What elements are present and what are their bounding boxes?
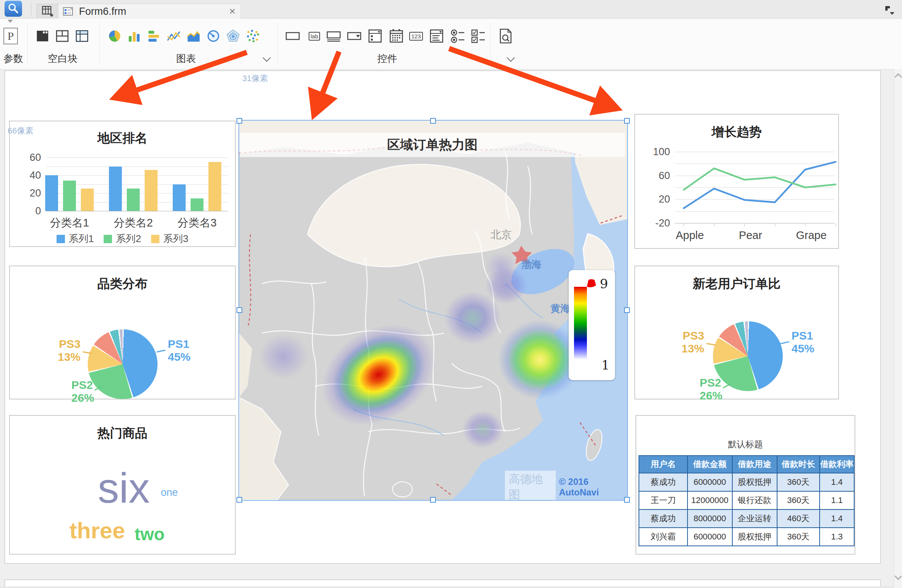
bar-chart-icon — [147, 29, 161, 43]
line-series-svg — [635, 115, 848, 240]
pie-callout-ps2: PS226% — [71, 379, 94, 404]
bar-chart-tool[interactable] — [146, 28, 162, 44]
textbox-widget-tool[interactable] — [285, 28, 301, 44]
legend-swatch — [151, 235, 159, 243]
design-canvas-next-row[interactable] — [5, 580, 881, 587]
widget-growth-trend-chart[interactable]: 增长趋势 -202060100ApplePearGrape — [634, 114, 839, 249]
city-label-beijing: 北京 — [490, 228, 512, 242]
new-report-tab-button[interactable] — [36, 4, 58, 19]
table-row: 刘兴霸6000000股权抵押360天1.3 — [639, 528, 854, 546]
legend-item: 系列2 — [104, 232, 141, 245]
divider — [99, 22, 100, 65]
query-preview-tool[interactable] — [497, 28, 514, 44]
map-title: 区域订单热力图 — [387, 136, 478, 154]
tree-widget-tool[interactable] — [367, 28, 383, 44]
legend-item: 系列1 — [57, 232, 94, 245]
divider — [490, 22, 491, 65]
x-axis-label: Grape — [785, 229, 838, 242]
selection-handle-w[interactable] — [237, 307, 242, 313]
sea-label-huanghai: 黄海 — [550, 302, 570, 315]
widget-new-old-user-chart[interactable]: 新老用户订单比 PS145% PS313% PS226% — [634, 266, 839, 399]
app-logo-icon[interactable] — [5, 1, 22, 17]
chart-group-expand-icon[interactable] — [263, 54, 271, 62]
parameter-icon: P — [3, 28, 18, 44]
loan-data-table: 用户名借款金额借款用途借款时长借款利率蔡成功6000000股权抵押360天1.4… — [639, 455, 855, 546]
divider — [27, 22, 28, 65]
widget-hot-products-cloud[interactable]: 热门商品 sixonethreetwo — [9, 415, 236, 555]
table-cell: 股权抵押 — [732, 528, 777, 546]
number-widget-tool[interactable]: 123 — [408, 28, 424, 44]
legend-label: 系列1 — [69, 232, 94, 245]
widget-group-expand-icon[interactable] — [507, 54, 515, 62]
tab-close-icon[interactable]: × — [229, 6, 235, 17]
widget-order-heatmap-map[interactable]: 区域订单热力图 北京 渤海 黄海 9 1 高德地图 © 2016 AutoNav… — [238, 120, 628, 501]
textarea-widget-tool[interactable] — [326, 28, 342, 44]
dock-layout-icon[interactable] — [884, 5, 897, 17]
selection-handle-s[interactable] — [430, 497, 436, 503]
selection-handle-ne[interactable] — [624, 118, 630, 124]
bar — [173, 184, 186, 211]
widget-category-distribution-chart[interactable]: 品类分布 PS145% PS313% PS226% — [9, 266, 236, 399]
tab-form6[interactable]: Form6.frm × — [58, 4, 241, 19]
scroll-up-icon[interactable] — [894, 73, 902, 81]
magnifier-glyph — [7, 2, 20, 15]
scatter-chart-tool[interactable] — [244, 28, 261, 44]
area-chart-tool[interactable] — [185, 28, 202, 44]
table-header-cell: 借款利率 — [820, 456, 854, 473]
tab-bar: Form6.frm × — [0, 0, 902, 19]
scroll-down-icon[interactable] — [894, 572, 902, 580]
legend-max-glyph — [585, 278, 598, 288]
table-header-cell: 借款金额 — [688, 456, 732, 473]
panel-width-guide-label: 66像素 — [8, 125, 33, 137]
selection-handle-e[interactable] — [624, 307, 630, 313]
column-chart-tool[interactable] — [126, 28, 143, 44]
gauge-chart-tool[interactable] — [205, 28, 222, 44]
selection-handle-nw[interactable] — [237, 118, 242, 124]
radar-chart-tool[interactable] — [225, 28, 241, 44]
heat-blob-pearl-delta — [462, 410, 504, 448]
cloud-word: six — [98, 464, 150, 513]
table-row: 蔡成功8000000企业运转460天1.4 — [639, 509, 854, 528]
label-widget-tool[interactable]: lab — [306, 28, 323, 44]
gauge-chart-icon — [206, 29, 221, 43]
widget-region-ranking-chart[interactable]: 地区排名 0204060分类名1分类名2分类名3系列1系列2系列3 — [9, 121, 236, 247]
widget-loan-report-block[interactable]: 默认标题 用户名借款金额借款用途借款时长借款利率蔡成功6000000股权抵押36… — [636, 415, 855, 555]
pie-chart-icon — [107, 29, 122, 43]
ribbon-toolbar: P 参数 空白块 — [0, 19, 902, 69]
report-block-button[interactable] — [74, 28, 90, 44]
table-cell: 1.1 — [820, 491, 854, 509]
tab-block-button[interactable] — [34, 28, 51, 44]
map-title-banner: 区域订单热力图 — [240, 133, 625, 157]
group-label-widget: 控件 — [364, 52, 410, 65]
vertical-scrollbar[interactable] — [894, 69, 902, 588]
x-axis-category: 分类名2 — [107, 215, 160, 231]
legend-item: 系列3 — [151, 232, 188, 245]
table-cell: 12000000 — [688, 491, 732, 509]
table-cell: 6000000 — [688, 473, 732, 491]
combobox-widget-tool[interactable] — [346, 28, 363, 44]
app-menu-caret-icon[interactable] — [8, 20, 13, 23]
checkbox-group-widget-tool[interactable] — [470, 28, 487, 44]
cloud-word: one — [161, 487, 178, 498]
selection-handle-sw[interactable] — [237, 497, 242, 503]
line-chart-tool[interactable] — [166, 28, 182, 44]
block-dark-icon — [36, 29, 49, 43]
table-cell: 蔡成功 — [639, 509, 688, 528]
date-widget-tool[interactable] — [388, 28, 405, 44]
grid-line — [46, 175, 228, 176]
parameter-pane-button[interactable]: P — [2, 28, 19, 44]
sea-label-bohai: 渤海 — [522, 258, 541, 271]
pie-chart-tool[interactable] — [106, 28, 123, 44]
grid-plus-icon — [42, 6, 53, 17]
selection-handle-se[interactable] — [624, 497, 630, 503]
bar — [45, 175, 58, 211]
absolute-block-button[interactable] — [54, 28, 71, 44]
list-combobox-widget-tool[interactable] — [428, 28, 445, 44]
table-row: 蔡成功6000000股权抵押360天1.4 — [639, 473, 854, 491]
group-label-param: 参数 — [0, 52, 27, 65]
selection-handle-n[interactable] — [430, 118, 436, 124]
x-axis-label: Apple — [663, 229, 716, 242]
chart-title: 地区排名 — [10, 130, 235, 147]
radio-group-widget-tool[interactable] — [449, 28, 466, 44]
amap-logo: 高德地图 — [505, 471, 556, 501]
